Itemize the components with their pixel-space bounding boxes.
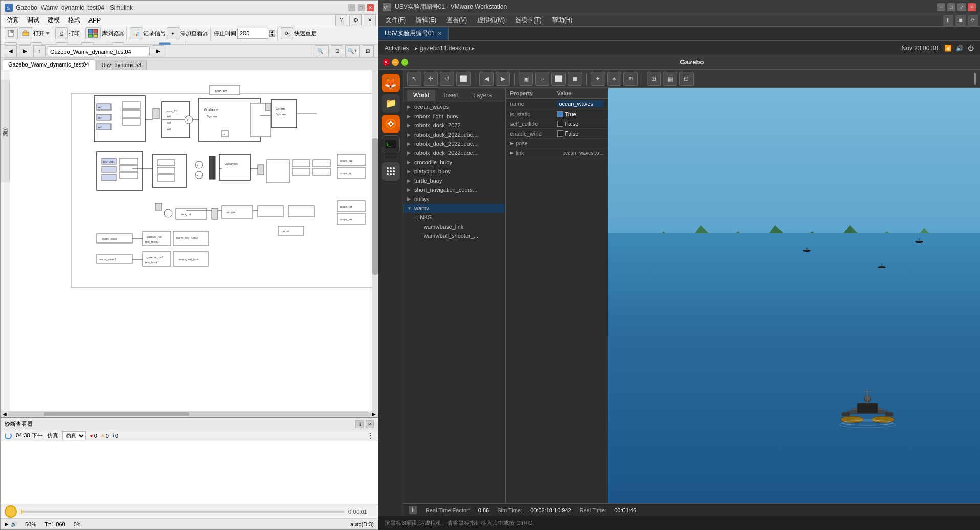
vm-toolbar-btn-3[interactable]: ⟳ (968, 15, 978, 26)
vm-toolbar-btn-1[interactable]: ⏸ (943, 15, 953, 26)
vmware-menu-help[interactable]: 帮助(H) (547, 15, 578, 26)
tree-item-light-buoy[interactable]: ▶ robotx_light_buoy (403, 112, 505, 121)
timeline-track[interactable] (21, 511, 344, 513)
nav-up-btn[interactable]: ↑ (33, 45, 46, 57)
vmware-minimize-btn[interactable]: ─ (937, 3, 945, 11)
gz-align-btn[interactable]: ▦ (663, 72, 677, 86)
gz-undo-btn[interactable]: ◀ (479, 72, 494, 86)
tab-main[interactable]: Gazebo_Wamv_dynamic_test04 (3, 59, 95, 70)
gz-scale-btn[interactable]: ⬜ (456, 72, 471, 86)
dock-gazebo[interactable] (382, 115, 400, 133)
vm-tab-close[interactable]: ✕ (438, 31, 442, 36)
gz-dirlight-btn[interactable]: ≋ (623, 72, 638, 86)
tree-item-turtle[interactable]: ▶ turtle_buoy (403, 176, 505, 185)
gz-cylinder-btn[interactable]: ⬜ (551, 72, 566, 86)
gz-tab-insert[interactable]: Insert (437, 90, 465, 101)
gz-redo-btn[interactable]: ▶ (496, 72, 510, 86)
tab-dynamics[interactable]: Usv_dynamics3 (96, 60, 147, 70)
gazebo-close-btn[interactable]: ✕ (383, 59, 390, 66)
nav-forward-btn[interactable]: ▶ (19, 45, 31, 57)
gz-pause-btn[interactable]: ⏸ (409, 506, 417, 514)
fit-btn[interactable]: ⊡ (331, 45, 343, 57)
gazebo-viewport[interactable] (608, 88, 980, 503)
print-btn[interactable]: 🖨 (55, 27, 68, 39)
vmware-menu-vm[interactable]: 虚拟机(M) (472, 15, 510, 26)
gz-tab-layers[interactable]: Layers (467, 90, 498, 101)
gz-snap-btn[interactable]: ⊟ (679, 72, 694, 86)
gazebo-minimize-btn[interactable]: ─ (392, 59, 399, 66)
toolbar-help-btn[interactable]: ? (335, 14, 347, 27)
vm-tab-active[interactable]: USV实验用编号01 ✕ (378, 27, 449, 40)
vmware-menu-file[interactable]: 文件(F) (381, 15, 411, 26)
canvas-vscrollbar[interactable] (372, 70, 378, 411)
timeline-playhead[interactable] (5, 505, 17, 518)
gz-rotate-btn[interactable]: ↺ (440, 72, 454, 86)
tree-item-dock-2022-doc3[interactable]: ▶ robotx_dock_2022::doc... (403, 148, 505, 158)
tree-item-dock-2022-doc1[interactable]: ▶ robotx_dock_2022::doc... (403, 130, 505, 139)
prop-checkbox-collide[interactable] (557, 121, 563, 127)
gz-copy-btn[interactable]: ⊞ (647, 72, 661, 86)
zoom-out-btn[interactable]: 🔍− (315, 45, 329, 57)
prop-checkbox-wind[interactable] (557, 130, 563, 137)
vmware-maximize-btn[interactable]: ⤢ (957, 3, 966, 11)
canvas-hscrollbar[interactable]: ◀ ▶ (1, 411, 378, 417)
gz-sphere-btn[interactable]: ○ (535, 72, 549, 86)
gz-tab-world[interactable]: World (407, 90, 435, 101)
prop-checkbox-static[interactable] (557, 111, 563, 117)
gz-pointlight-btn[interactable]: ✦ (591, 72, 605, 86)
gz-translate-btn[interactable]: ✛ (424, 72, 438, 86)
menu-simulation[interactable]: 仿真 (3, 15, 23, 26)
tree-item-dock-2022[interactable]: ▶ robotx_dock_2022 (403, 121, 505, 130)
gz-viewport-resize[interactable] (974, 73, 976, 85)
fast-restart-btn[interactable]: ⟳ (281, 27, 293, 39)
new-btn[interactable] (5, 27, 18, 39)
menu-debug[interactable]: 调试 (23, 15, 43, 26)
diagnostic-mode-select[interactable]: 仿真 (62, 431, 86, 440)
dock-more[interactable] (382, 162, 400, 181)
diagnostic-close-btn[interactable]: ✕ (366, 420, 374, 428)
tree-item-buoys[interactable]: ▶ buoys (403, 194, 505, 204)
vmware-menu-view[interactable]: 查看(V) (441, 15, 472, 26)
record-btn[interactable]: 📊 (130, 27, 142, 39)
library-browser-btn[interactable] (85, 27, 101, 39)
diagnostic-info-btn[interactable]: ℹ (355, 420, 364, 428)
stop-time-input[interactable] (237, 28, 268, 39)
gz-select-btn[interactable]: ↖ (407, 72, 421, 86)
vm-toolbar-btn-2[interactable]: ⏹ (955, 15, 966, 26)
tree-item-base-link[interactable]: wamv/base_link (403, 222, 505, 231)
tree-item-crocodile[interactable]: ▶ crocodile_buoy (403, 158, 505, 167)
simulink-maximize-btn[interactable]: □ (358, 4, 365, 11)
tree-item-ocean-waves[interactable]: ▶ ocean_waves (403, 102, 505, 112)
tree-item-navigation[interactable]: ▶ short_navigation_cours... (403, 185, 505, 194)
gazebo-maximize-btn[interactable]: □ (401, 59, 408, 66)
diagnostic-menu-btn[interactable]: ⋮ (367, 432, 374, 440)
tree-item-dock-2022-doc2[interactable]: ▶ robotx_dock_2022::doc... (403, 139, 505, 148)
prop-row-pose[interactable]: ▶ pose (506, 139, 608, 148)
toggle-panel-btn[interactable]: ⊟ (362, 45, 374, 57)
zoom-in-btn[interactable]: 🔍+ (345, 45, 360, 57)
simulink-minimize-btn[interactable]: ─ (348, 4, 355, 11)
open-btn[interactable] (19, 27, 32, 39)
prop-row-link[interactable]: ▶ link ocean_waves::o... (506, 148, 608, 158)
menu-format[interactable]: 格式 (64, 15, 84, 26)
add-viewer-btn[interactable]: + (167, 27, 179, 39)
tree-item-platypus[interactable]: ▶ platypus_buoy (403, 167, 505, 176)
gz-spotlight-btn[interactable]: ∗ (607, 72, 621, 86)
tree-item-wamv[interactable]: ▼ wamv (403, 204, 505, 213)
vmware-restore-btn[interactable]: □ (947, 3, 955, 11)
gz-box-btn[interactable]: ▣ (519, 72, 533, 86)
breadcrumb-arrow-btn[interactable]: ▶ (152, 45, 164, 57)
vmware-menu-edit[interactable]: 编辑(E) (411, 15, 441, 26)
toolbar-settings-btn[interactable]: ⚙ (349, 14, 362, 27)
menu-modeling[interactable]: 建模 (43, 15, 64, 26)
nav-back-btn[interactable]: ◀ (5, 45, 17, 57)
tree-item-links[interactable]: LINKS (403, 213, 505, 222)
menu-app[interactable]: APP (84, 16, 105, 25)
simulink-canvas[interactable]: usv_ref ref ref ref pose_2d ref ref (10, 70, 378, 411)
simulink-close-btn[interactable]: ✕ (367, 4, 374, 11)
dock-terminal[interactable]: $_ (382, 135, 400, 153)
hscroll-thumb[interactable] (44, 412, 189, 416)
vmware-close-btn[interactable]: ✕ (968, 3, 976, 11)
toolbar-close-btn[interactable]: ✕ (364, 14, 376, 27)
dock-files[interactable]: 📁 (382, 94, 400, 113)
